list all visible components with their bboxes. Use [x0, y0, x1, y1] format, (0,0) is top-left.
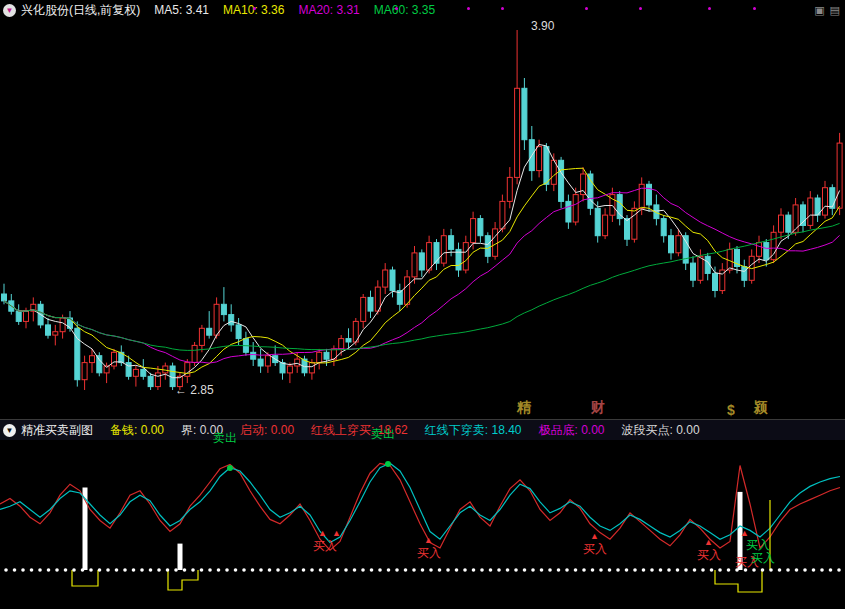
price-label-1: ← 2.85 [175, 384, 214, 396]
window-control-1[interactable]: ▤ [830, 4, 840, 17]
title-bar: ▼ 兴化股份(日线,前复权) MA5: 3.41MA10: 3.36MA20: … [0, 0, 845, 20]
window-control-0[interactable]: ▣ [814, 4, 824, 17]
indicator-field-5: 极品底: 0.00 [539, 422, 605, 439]
indicator-field-2: 启动: 0.00 [240, 422, 294, 439]
top-marker-dot-3 [501, 7, 504, 10]
watermark-char-2: $ [727, 403, 735, 417]
indicator-field-6: 波段买点: 0.00 [622, 422, 700, 439]
ma-label-2: MA20: 3.31 [298, 3, 359, 17]
buy-arrow-icon-3: ▲ [332, 529, 341, 538]
top-marker-dot-5 [639, 7, 642, 10]
top-marker-dot-1 [395, 7, 398, 10]
window-controls: ▣▤ [814, 4, 840, 17]
main-chart-area[interactable] [0, 20, 845, 419]
stock-title: 兴化股份(日线,前复权) [21, 2, 140, 19]
indicator-field-4: 红线下穿卖: 18.40 [425, 422, 522, 439]
buy-label-13: 买入 [746, 539, 770, 551]
indicator-fields: 备钱: 0.00界: 0.00启动: 0.00红线上穿买: 18.62红线下穿卖… [93, 422, 700, 439]
watermark-char-1: 财 [591, 400, 605, 414]
buy-arrow-icon-5: ▲ [424, 536, 433, 545]
top-marker-dot-4 [585, 7, 588, 10]
indicator-field-0: 备钱: 0.00 [110, 422, 164, 439]
buy-label-6: 买入 [417, 547, 441, 559]
indicator-name: 精准买卖副图 [21, 422, 93, 439]
buy-label-4: 买入 [313, 540, 337, 552]
top-marker-dot-2 [467, 7, 470, 10]
buy-arrow-icon-2: ▲ [318, 529, 327, 538]
watermark-char-3: 颍 [754, 400, 768, 414]
stock-collapse-icon[interactable]: ▼ [3, 4, 16, 17]
buy-label-10: 买入 [697, 549, 721, 561]
buy-label-8: 买入 [583, 543, 607, 555]
ma-label-1: MA10: 3.36 [223, 3, 284, 17]
indicator-header: ▼ 精准买卖副图 备钱: 0.00界: 0.00启动: 0.00红线上穿买: 1… [0, 419, 845, 440]
ma-labels: MA5: 3.41MA10: 3.36MA20: 3.31MA60: 3.35 [140, 3, 435, 17]
ma-label-0: MA5: 3.41 [154, 3, 209, 17]
indicator-chart-area[interactable] [0, 440, 845, 609]
price-label-0: 3.90 [531, 20, 554, 32]
watermark-char-0: 精 [517, 400, 531, 414]
indicator-chart-svg[interactable] [0, 440, 845, 609]
top-marker-dot-0 [253, 7, 256, 10]
ma-label-3: MA60: 3.35 [374, 3, 435, 17]
app-window: ▼ 兴化股份(日线,前复权) MA5: 3.41MA10: 3.36MA20: … [0, 0, 845, 609]
buy-label-14: 买入 [751, 552, 775, 564]
top-marker-dot-7 [753, 7, 756, 10]
top-marker-dot-6 [708, 7, 711, 10]
buy-arrow-icon-11: ▲ [740, 529, 749, 538]
sell-label-0: 卖出 [213, 432, 237, 444]
buy-arrow-icon-7: ▲ [590, 532, 599, 541]
sell-label-1: 卖出 [371, 428, 395, 440]
buy-arrow-icon-9: ▲ [704, 538, 713, 547]
indicator-collapse-icon[interactable]: ▼ [3, 424, 16, 437]
candlestick-chart-svg[interactable] [0, 20, 845, 419]
